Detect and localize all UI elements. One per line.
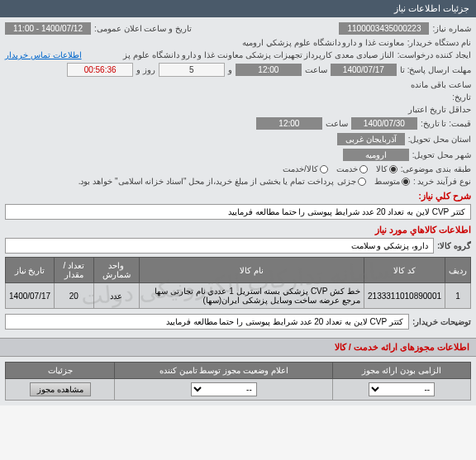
panel-title: جزئیات اطلاعات نیاز <box>394 3 469 14</box>
cat-service-label: خدمت <box>336 164 358 173</box>
desc-box: کتتر CVP لاین به تعداد 20 عدد شرایط پیوس… <box>5 204 471 220</box>
th-need-date: تاریخ نیاز <box>6 258 55 283</box>
cell-name: خط کش CVP پزشکي بسته استریل 1 عددي نام ت… <box>139 283 364 309</box>
radio-goods-service[interactable] <box>320 165 328 173</box>
radio-small[interactable] <box>358 178 366 186</box>
license-panel: الزامی بودن ارائه مجوز اعلام وضعیت مجوز … <box>0 357 476 405</box>
and-label: و <box>228 65 232 74</box>
lcell-2: -- <box>115 379 333 401</box>
license-table: الزامی بودن ارائه مجوز اعلام وضعیت مجوز … <box>5 362 471 401</box>
reply-dl-label: مهلت ارسال پاسخ: تا <box>400 65 471 74</box>
lth-3: جزئیات <box>6 363 115 379</box>
valid-time-label: ساعت <box>326 119 348 128</box>
goods-table: ردیف کد کالا نام کالا واحد شمارش تعداد /… <box>5 257 471 309</box>
lcell-1: -- <box>333 379 471 401</box>
city-value: ارومیه <box>343 149 409 161</box>
requester-value: الناز صیادی معدی کارپرداز تجهیزات پزشکی … <box>85 50 394 59</box>
buyer-notes-label: توضیحات خریدار: <box>412 317 471 326</box>
date-label: تاریخ: <box>452 92 471 102</box>
lth-2: اعلام وضعیت مجوز توسط تامین کننده <box>115 363 333 379</box>
payment-desc: پرداخت تمام یا بخشی از مبلغ خرید،از محل … <box>79 177 334 186</box>
public-dt-value: 1400/07/12 - 11:00 <box>5 22 91 35</box>
remaining-label: ساعت باقی مانده <box>411 80 471 89</box>
buyer-value: معاونت غذا و دارو دانشگاه علوم پزشکي ارو… <box>242 38 403 47</box>
cell-row: 1 <box>445 283 471 309</box>
view-license-button[interactable]: مشاهده مجوز <box>30 382 91 396</box>
desc-title: شرح کلي نياز: <box>5 191 471 202</box>
need-no-value: 1100003435000223 <box>339 22 429 35</box>
mandatory-select[interactable]: -- <box>369 382 435 396</box>
license-row: -- -- مشاهده مجوز <box>6 379 471 401</box>
min-valid-label: حداقل تاریخ اعتبار <box>408 105 471 114</box>
days-value: 5 <box>159 63 225 77</box>
th-code: کد کالا <box>364 258 445 283</box>
purchase-label: نوع فرآیند خرید : <box>413 177 471 186</box>
purchase-radio-group: متوسط جزئی <box>337 177 410 186</box>
reply-time: 12:00 <box>236 64 302 76</box>
cell-unit: عدد <box>93 283 139 309</box>
license-panel-title: اطلاعات مجوزهای ارائه خدمت / کالا <box>0 338 476 357</box>
cell-code: 2133311010890001 <box>364 283 445 309</box>
cat-gs-label: کالا/خدمت <box>283 164 318 173</box>
category-radio-group: کالا خدمت کالا/خدمت <box>283 164 397 173</box>
p-mid-label: متوسط <box>374 177 400 186</box>
reply-date: 1400/07/17 <box>331 64 397 76</box>
th-unit: واحد شمارش <box>93 258 139 283</box>
goods-title: اطلاعات کالاهاي مورد نياز <box>5 225 471 235</box>
table-row: 1 2133311010890001 خط کش CVP پزشکي بسته … <box>6 283 471 309</box>
time-label-1: ساعت <box>305 65 327 74</box>
requester-label: ایجاد کننده درخواست: <box>397 50 471 59</box>
th-qty: تعداد / مقدار <box>55 258 94 283</box>
valid-date: 1400/07/30 <box>351 117 417 130</box>
p-small-label: جزئی <box>337 177 356 186</box>
days-label: روز و <box>136 65 155 74</box>
radio-mid[interactable] <box>402 178 410 186</box>
need-no-label: شماره نیاز: <box>432 24 471 33</box>
group-value: دارو، پزشكي و سلامت <box>5 238 434 254</box>
panel-header: جزئیات اطلاعات نیاز <box>0 0 476 17</box>
radio-goods[interactable] <box>389 165 397 173</box>
th-name: نام کالا <box>139 258 364 283</box>
radio-service[interactable] <box>359 165 368 173</box>
status-select[interactable]: -- <box>191 382 257 396</box>
min-valid-until: قیمت: تا تاریخ: <box>421 119 471 128</box>
cell-qty: 20 <box>55 283 94 309</box>
valid-time: 12:00 <box>256 117 322 130</box>
group-label: گروه کالا: <box>437 241 471 250</box>
lth-1: الزامی بودن ارائه مجوز <box>333 363 471 379</box>
category-label: طبقه بندی موضوعی: <box>401 164 471 173</box>
cell-need-date: 1400/07/17 <box>6 283 55 309</box>
public-dt-label: تاریخ و ساعت اعلان عمومی: <box>94 24 192 33</box>
province-label: استان محل تحویل: <box>408 135 471 144</box>
city-label: شهر محل تحویل: <box>412 150 471 159</box>
contact-link[interactable]: اطلاعات تماس خریدار <box>5 50 82 59</box>
province-value: آذربایجان غربی <box>337 133 405 145</box>
cat-goods-label: کالا <box>376 164 388 173</box>
lcell-3: مشاهده مجوز <box>6 379 115 401</box>
buyer-notes: کتتر CVP لاین به تعداد 20 عدد شرایط پیوس… <box>5 314 409 330</box>
details-panel: شماره نیاز: 1100003435000223 تاریخ و ساع… <box>0 17 476 338</box>
remaining-value: 00:56:36 <box>67 63 133 77</box>
buyer-label: نام دستگاه خریدار: <box>407 38 471 47</box>
th-row: ردیف <box>445 258 471 283</box>
